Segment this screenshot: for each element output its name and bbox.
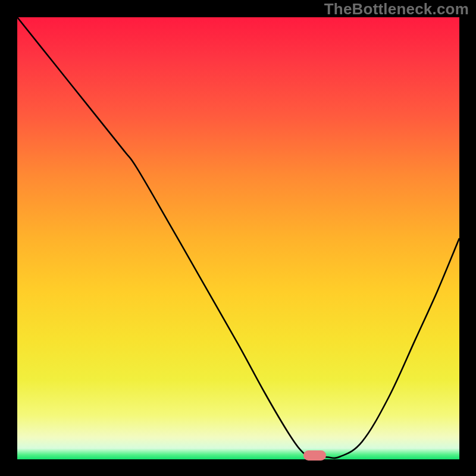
bottleneck-curve (17, 17, 459, 459)
watermark-label: TheBottleneck.com (324, 0, 469, 18)
curve-path (17, 17, 459, 458)
optimum-marker (303, 450, 326, 461)
plot-area (17, 17, 459, 459)
chart-frame: TheBottleneck.com (0, 0, 476, 476)
